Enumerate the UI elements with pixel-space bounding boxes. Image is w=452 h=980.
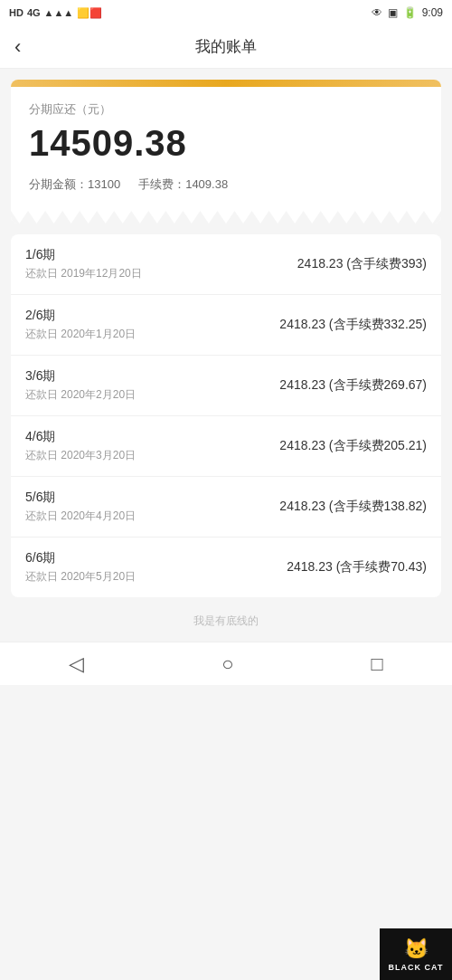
item-left-0: 1/6期 还款日 2019年12月20日 — [25, 247, 142, 281]
item-period-0: 1/6期 — [25, 247, 142, 263]
status-left: HD 4G ▲▲▲ 🟨🟥 — [9, 7, 102, 19]
item-amount-3: 2418.23 (含手续费205.21) — [279, 438, 427, 454]
item-period-4: 5/6期 — [25, 490, 136, 506]
back-button[interactable]: ‹ — [14, 35, 21, 59]
item-amount-0: 2418.23 (含手续费393) — [297, 256, 427, 272]
item-date-0: 还款日 2019年12月20日 — [25, 266, 142, 281]
card-detail: 分期金额：13100 手续费：1409.38 — [29, 176, 423, 193]
item-period-3: 4/6期 — [25, 429, 136, 445]
summary-card: 分期应还（元） 14509.38 分期金额：13100 手续费：1409.38 — [11, 80, 441, 224]
list-item: 2/6期 还款日 2020年1月20日 2418.23 (含手续费332.25) — [11, 295, 441, 356]
fee-label: 手续费：1409.38 — [138, 176, 228, 193]
battery-icon: 🔋 — [403, 6, 417, 19]
item-left-4: 5/6期 还款日 2020年4月20日 — [25, 490, 136, 524]
card-zigzag — [11, 211, 441, 224]
installments-list: 1/6期 还款日 2019年12月20日 2418.23 (含手续费393) 2… — [11, 234, 441, 597]
eye-icon: 👁 — [372, 6, 382, 19]
list-item: 6/6期 还款日 2020年5月20日 2418.23 (含手续费70.43) — [11, 538, 441, 597]
list-item: 3/6期 还款日 2020年2月20日 2418.23 (含手续费269.67) — [11, 356, 441, 416]
screen-icon: ▣ — [388, 6, 398, 19]
nav-home-button[interactable]: ○ — [221, 652, 233, 676]
item-left-5: 6/6期 还款日 2020年5月20日 — [25, 550, 136, 585]
item-date-3: 还款日 2020年3月20日 — [25, 448, 136, 463]
signal-icon: HD — [9, 7, 24, 18]
footer-text: 我是有底线的 — [0, 597, 452, 638]
item-amount-5: 2418.23 (含手续费70.43) — [287, 559, 427, 576]
item-date-4: 还款日 2020年4月20日 — [25, 509, 136, 524]
item-amount-4: 2418.23 (含手续费138.82) — [279, 499, 427, 515]
card-body: 分期应还（元） 14509.38 分期金额：13100 手续费：1409.38 — [11, 87, 441, 211]
wifi-icon: ▲▲▲ — [44, 7, 74, 18]
item-date-2: 还款日 2020年2月20日 — [25, 387, 136, 403]
card-top-bar — [11, 80, 441, 87]
item-amount-1: 2418.23 (含手续费332.25) — [279, 317, 427, 333]
item-period-2: 3/6期 — [25, 368, 136, 385]
item-left-3: 4/6期 还款日 2020年3月20日 — [25, 429, 136, 463]
status-right: 👁 ▣ 🔋 9:09 — [372, 6, 443, 19]
item-left-1: 2/6期 还款日 2020年1月20日 — [25, 308, 136, 342]
nav-recent-button[interactable]: □ — [372, 652, 383, 676]
item-period-5: 6/6期 — [25, 550, 136, 566]
card-amount: 14509.38 — [29, 123, 423, 164]
item-date-1: 还款日 2020年1月20日 — [25, 327, 136, 342]
item-left-2: 3/6期 还款日 2020年2月20日 — [25, 368, 136, 403]
page-title: 我的账单 — [195, 36, 257, 57]
black-cat-watermark: 🐱 BLACK CAT — [380, 928, 452, 980]
page-wrapper: HD 4G ▲▲▲ 🟨🟥 👁 ▣ 🔋 9:09 ‹ 我的账单 分期应还（元） 1… — [0, 0, 452, 980]
network-icon: 4G — [27, 7, 41, 18]
card-subtitle: 分期应还（元） — [29, 101, 423, 118]
cat-label: BLACK CAT — [389, 963, 444, 972]
item-period-1: 2/6期 — [25, 308, 136, 324]
list-item: 1/6期 还款日 2019年12月20日 2418.23 (含手续费393) — [11, 234, 441, 295]
extra-icon: 🟨🟥 — [77, 7, 102, 19]
list-item: 4/6期 还款日 2020年3月20日 2418.23 (含手续费205.21) — [11, 416, 441, 477]
cat-icon: 🐱 — [404, 937, 428, 961]
nav-back-button[interactable]: ◁ — [69, 652, 84, 676]
item-date-5: 还款日 2020年5月20日 — [25, 569, 136, 585]
time-display: 9:09 — [422, 6, 443, 19]
list-item: 5/6期 还款日 2020年4月20日 2418.23 (含手续费138.82) — [11, 477, 441, 538]
installment-label: 分期金额：13100 — [29, 176, 120, 193]
header: ‹ 我的账单 — [0, 25, 452, 69]
status-bar: HD 4G ▲▲▲ 🟨🟥 👁 ▣ 🔋 9:09 — [0, 0, 452, 25]
item-amount-2: 2418.23 (含手续费269.67) — [279, 377, 427, 394]
bottom-nav: ◁ ○ □ — [0, 642, 452, 685]
